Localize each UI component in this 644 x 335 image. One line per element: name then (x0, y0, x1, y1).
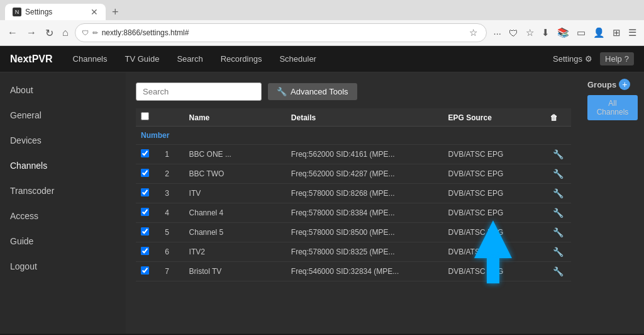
sidebar-item-logout[interactable]: Logout (0, 254, 126, 279)
details-col-header: Details (286, 108, 443, 127)
reload-button[interactable]: ↻ (43, 26, 56, 40)
row-name: Channel 5 (184, 223, 286, 242)
number-col-label: Number (141, 131, 169, 140)
sidebar-item-channels[interactable]: Channels (0, 153, 126, 178)
groups-add-button[interactable]: + (619, 79, 630, 90)
more-options-icon[interactable]: ··· (491, 26, 504, 40)
sidebar: About General Devices Channels Transcode… (0, 72, 126, 334)
arrow-head (474, 220, 512, 258)
name-col-header: Name (184, 108, 286, 127)
nav-tv-guide[interactable]: TV Guide (118, 50, 167, 67)
blue-arrow-overlay (474, 220, 512, 283)
tab-icon: N (13, 8, 21, 16)
row-checkbox[interactable] (141, 188, 149, 196)
row-edit-icon[interactable]: 🔧 (553, 247, 564, 257)
browser-tab[interactable]: N Settings ✕ (5, 4, 106, 20)
edit-icon: ✏ (92, 29, 98, 37)
row-name: ITV (184, 184, 286, 203)
row-edit-icon[interactable]: 🔧 (553, 169, 564, 179)
groups-panel: Groups + AllChannels (581, 72, 644, 334)
download-icon[interactable]: ⬇ (539, 26, 552, 40)
split-icon[interactable]: ▭ (574, 26, 588, 40)
search-input[interactable] (136, 82, 262, 101)
account-icon[interactable]: 👤 (591, 26, 608, 40)
row-checkbox[interactable] (141, 169, 149, 177)
arrow-shaft (487, 258, 499, 283)
table-row: 3 ITV Freq:578000 SID:8268 (MPE... DVB/A… (136, 184, 571, 203)
row-number: 4 (160, 203, 184, 223)
row-number: 1 (160, 145, 184, 164)
row-epg: DVB/ATSC EPG (443, 145, 545, 164)
row-checkbox[interactable] (141, 149, 149, 157)
sidebar-item-about[interactable]: About (0, 77, 126, 103)
star-icon[interactable]: ☆ (523, 26, 536, 40)
groups-label: Groups (587, 80, 616, 89)
settings-button[interactable]: Settings ⚙ (553, 54, 592, 64)
row-details: Freq:578000 SID:8325 (MPE... (286, 242, 443, 262)
sidebar-item-general[interactable]: General (0, 103, 126, 128)
row-number: 7 (160, 262, 184, 281)
epg-col-header: EPG Source (443, 108, 545, 127)
menu-icon[interactable]: ☰ (626, 26, 639, 40)
row-name: BBC TWO (184, 164, 286, 184)
row-details: Freq:578000 SID:8268 (MPE... (286, 184, 443, 203)
settings-label: Settings (553, 54, 582, 64)
bookmark-icon[interactable]: ☆ (467, 26, 480, 40)
row-epg: DVB/ATSC EPG (443, 184, 545, 203)
row-name: Bristol TV (184, 262, 286, 281)
nav-recordings[interactable]: Recordings (213, 50, 270, 67)
row-epg: DVB/ATSC EPG (443, 203, 545, 223)
row-details: Freq:578000 SID:8500 (MPE... (286, 223, 443, 242)
row-details: Freq:546000 SID:32834 (MPE... (286, 262, 443, 281)
row-edit-icon[interactable]: 🔧 (553, 227, 564, 237)
row-edit-icon[interactable]: 🔧 (553, 188, 564, 198)
select-all-checkbox[interactable] (141, 112, 149, 120)
gear-icon: ⚙ (585, 54, 592, 64)
address-url: nextly:8866/settings.html# (102, 28, 464, 37)
nav-search[interactable]: Search (169, 50, 210, 67)
app-nav: Channels TV Guide Search Recordings Sche… (65, 50, 553, 67)
row-checkbox[interactable] (141, 266, 149, 275)
row-name: ITV2 (184, 242, 286, 262)
row-checkbox[interactable] (141, 208, 149, 216)
sidebar-item-devices[interactable]: Devices (0, 128, 126, 153)
row-checkbox[interactable] (141, 247, 149, 255)
sidebar-item-transcoder[interactable]: Transcoder (0, 178, 126, 203)
home-button[interactable]: ⌂ (60, 26, 71, 40)
security-icon: 🛡 (82, 29, 89, 37)
row-epg: DVB/ATSC EPG (443, 164, 545, 184)
advanced-tools-label: Advanced Tools (291, 87, 348, 96)
row-edit-icon[interactable]: 🔧 (553, 208, 564, 218)
table-row: 4 Channel 4 Freq:578000 SID:8384 (MPE...… (136, 203, 571, 223)
groups-item-all-channels[interactable]: AllChannels (587, 95, 638, 120)
row-edit-icon[interactable]: 🔧 (553, 149, 564, 159)
row-name: BBC ONE ... (184, 145, 286, 164)
row-edit-icon[interactable]: 🔧 (553, 266, 564, 276)
shield-icon[interactable]: 🛡 (506, 26, 521, 40)
back-button[interactable]: ← (5, 26, 20, 40)
nav-channels[interactable]: Channels (65, 50, 115, 67)
wrench-icon: 🔧 (277, 87, 287, 96)
toolbar: 🔧 Advanced Tools (136, 82, 571, 101)
sidebar-item-access[interactable]: Access (0, 203, 126, 229)
forward-button[interactable]: → (24, 26, 39, 40)
tab-close-button[interactable]: ✕ (91, 7, 98, 17)
sidebar-item-guide[interactable]: Guide (0, 229, 126, 254)
row-details: Freq:562000 SID:4287 (MPE... (286, 164, 443, 184)
address-bar[interactable]: 🛡 ✏ nextly:8866/settings.html# ☆ (75, 23, 487, 42)
new-tab-button[interactable]: + (108, 6, 123, 19)
help-button[interactable]: Help ? (600, 52, 634, 65)
delete-all-icon[interactable]: 🗑 (550, 113, 558, 122)
row-number: 5 (160, 223, 184, 242)
tab-title: Settings (25, 8, 52, 16)
nav-scheduler[interactable]: Scheduler (272, 50, 324, 67)
library-icon[interactable]: 📚 (555, 26, 572, 40)
app-header: NextPVR Channels TV Guide Search Recordi… (0, 46, 644, 72)
table-row: 2 BBC TWO Freq:562000 SID:4287 (MPE... D… (136, 164, 571, 184)
table-row: 1 BBC ONE ... Freq:562000 SID:4161 (MPE.… (136, 145, 571, 164)
extensions-icon[interactable]: ⊞ (610, 26, 623, 40)
advanced-tools-button[interactable]: 🔧 Advanced Tools (268, 83, 357, 100)
row-checkbox[interactable] (141, 227, 149, 236)
content-area: 🔧 Advanced Tools Name Details EPG Source… (126, 72, 581, 334)
help-label: Help (605, 54, 622, 64)
